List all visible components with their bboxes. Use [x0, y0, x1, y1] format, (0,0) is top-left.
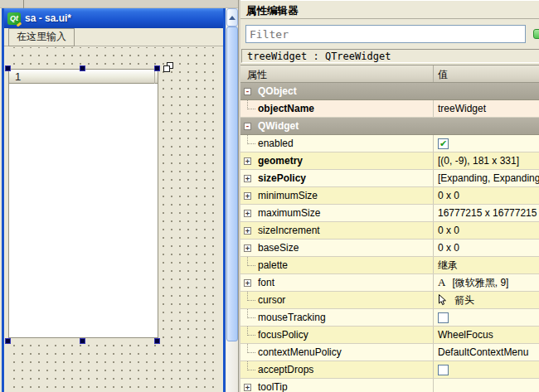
property-row-acceptDrops[interactable]: acceptDrops: [240, 361, 539, 379]
property-group-qwidget[interactable]: -QWidget: [240, 118, 539, 135]
property-value-cell[interactable]: 0 x 0: [434, 187, 539, 204]
property-name-cell[interactable]: +geometry: [240, 152, 434, 169]
property-row-minimumSize[interactable]: +minimumSize0 x 0: [240, 187, 539, 205]
edit-sections-icon[interactable]: [163, 62, 173, 72]
property-row-cursor[interactable]: cursor箭头: [240, 292, 539, 309]
selection-handle-top-right[interactable]: [154, 65, 160, 71]
property-value-cell[interactable]: 0 x 0: [434, 222, 539, 239]
expand-icon[interactable]: +: [244, 279, 251, 287]
property-name-cell[interactable]: +minimumSize: [240, 187, 434, 204]
property-row-palette[interactable]: palette继承: [240, 257, 539, 274]
property-value-cell[interactable]: [434, 309, 539, 326]
property-name-cell[interactable]: +sizeIncrement: [240, 222, 434, 239]
expand-icon[interactable]: +: [244, 192, 251, 200]
property-value-cell[interactable]: 箭头: [434, 292, 539, 308]
property-row-geometry[interactable]: +geometry[(0, -9), 181 x 331]: [240, 152, 539, 170]
property-row-font[interactable]: +fontA[微软雅黑, 9]: [240, 274, 539, 292]
property-name-label: objectName: [258, 103, 314, 114]
menu-type-here-item[interactable]: 在这里输入: [8, 28, 75, 46]
tree-branch-decoration: [247, 361, 255, 370]
property-row-sizePolicy[interactable]: +sizePolicy[Expanding, Expanding, 0, 0]: [240, 170, 539, 187]
property-rows: -QObjectobjectNametreeWidget-QWidgetenab…: [240, 83, 539, 392]
property-value-cell[interactable]: DefaultContextMenu: [434, 344, 539, 361]
column-header-property[interactable]: 属性: [240, 65, 434, 82]
selection-handle-bottom-center[interactable]: [80, 338, 85, 344]
property-value-cell[interactable]: [Expanding, Expanding, 0, 0]: [434, 170, 539, 186]
enabled-checkbox[interactable]: ✔: [438, 138, 449, 149]
property-value-cell[interactable]: WheelFocus: [434, 327, 539, 343]
qt-designer-screenshot: { "left": { "window_title": "sa - sa.ui*…: [0, 0, 539, 392]
property-name-cell[interactable]: mouseTracking: [240, 309, 434, 326]
property-row-mouseTracking[interactable]: mouseTracking: [240, 309, 539, 327]
property-name-cell[interactable]: focusPolicy: [240, 327, 434, 343]
expand-icon[interactable]: +: [244, 227, 251, 235]
property-editor-panel: 属性编辑器 treeWidget : QTreeWidget 属性 值 -QOb…: [240, 0, 539, 392]
property-name-cell[interactable]: +baseSize: [240, 240, 434, 256]
property-name-label: mouseTracking: [258, 312, 326, 323]
property-value-cell[interactable]: 继承: [434, 257, 539, 273]
tree-widget-preview[interactable]: 1: [8, 69, 158, 338]
property-value-cell[interactable]: 16777215 x 16777215: [434, 205, 539, 221]
form-window-title: sa - sa.ui*: [25, 12, 71, 24]
scrollbar-thumb[interactable]: [226, 27, 238, 341]
property-value-cell[interactable]: ✔: [434, 135, 539, 152]
expand-icon[interactable]: +: [244, 384, 251, 391]
property-value-cell[interactable]: 0 x 0: [434, 240, 539, 256]
selection-handle-bottom-left[interactable]: [5, 338, 11, 344]
form-window-titlebar[interactable]: Qt sa - sa.ui*: [4, 8, 223, 28]
property-value-cell[interactable]: [434, 379, 539, 392]
property-row-baseSize[interactable]: +baseSize0 x 0: [240, 240, 539, 257]
property-name-cell[interactable]: +sizePolicy: [240, 170, 434, 186]
property-name-cell[interactable]: +maximumSize: [240, 205, 434, 221]
add-dynamic-property-button[interactable]: [533, 29, 539, 39]
selection-handle-top-center[interactable]: [80, 65, 85, 71]
property-group-qobject[interactable]: -QObject: [240, 83, 539, 100]
property-name-cell[interactable]: acceptDrops: [240, 361, 434, 378]
property-value-text: WheelFocus: [438, 329, 493, 341]
scrollbar-up-button[interactable]: [226, 8, 238, 27]
property-name-cell[interactable]: enabled: [240, 135, 434, 152]
property-value-cell[interactable]: [(0, -9), 181 x 331]: [434, 152, 539, 169]
selection-handle-bottom-right[interactable]: [154, 338, 160, 344]
property-value-cell[interactable]: treeWidget: [434, 100, 539, 117]
property-row-sizeIncrement[interactable]: +sizeIncrement0 x 0: [240, 222, 539, 240]
property-value-cell[interactable]: [434, 361, 539, 378]
acceptDrops-checkbox[interactable]: [438, 365, 449, 375]
property-value-text: 0 x 0: [438, 190, 459, 201]
form-menubar: 在这里输入: [4, 28, 223, 46]
property-row-toolTip[interactable]: +toolTip: [240, 379, 539, 392]
form-canvas[interactable]: 1: [7, 47, 221, 392]
expand-icon[interactable]: +: [244, 175, 251, 182]
property-row-focusPolicy[interactable]: focusPolicyWheelFocus: [240, 327, 539, 344]
property-name-label: baseSize: [258, 242, 299, 254]
expand-icon[interactable]: +: [244, 244, 251, 252]
property-name-cell[interactable]: cursor: [240, 292, 434, 308]
property-value-text: DefaultContextMenu: [438, 346, 528, 358]
property-row-enabled[interactable]: enabled✔: [240, 135, 539, 152]
property-name-cell[interactable]: +font: [240, 274, 434, 291]
property-name-label: geometry: [258, 155, 303, 167]
property-row-contextMenuPolicy[interactable]: contextMenuPolicyDefaultContextMenu: [240, 344, 539, 361]
selection-handle-top-left[interactable]: [5, 65, 11, 71]
property-value-cell[interactable]: A[微软雅黑, 9]: [434, 274, 539, 291]
property-row-maximumSize[interactable]: +maximumSize16777215 x 16777215: [240, 205, 539, 222]
property-row-objectName[interactable]: objectNametreeWidget: [240, 100, 539, 118]
property-name-cell[interactable]: +toolTip: [240, 379, 434, 392]
tree-widget-body[interactable]: [8, 84, 158, 338]
tree-branch-decoration: [247, 100, 255, 109]
expand-icon[interactable]: +: [244, 210, 251, 217]
property-name-cell[interactable]: palette: [240, 257, 434, 273]
property-name-cell[interactable]: contextMenuPolicy: [240, 344, 434, 361]
expand-icon[interactable]: +: [244, 157, 251, 165]
collapse-icon[interactable]: -: [244, 88, 251, 95]
column-header-value[interactable]: 值: [434, 65, 539, 82]
header-section-divider[interactable]: [154, 70, 155, 84]
property-name-cell[interactable]: objectName: [240, 100, 434, 117]
mdi-vertical-scrollbar[interactable]: [226, 8, 238, 392]
mouseTracking-checkbox[interactable]: [438, 312, 449, 323]
property-name-label: minimumSize: [258, 190, 318, 201]
filter-input[interactable]: [245, 25, 526, 43]
property-table: 属性 值 -QObjectobjectNametreeWidget-QWidge…: [240, 65, 539, 392]
collapse-icon[interactable]: -: [244, 123, 251, 130]
property-value-text: treeWidget: [438, 103, 486, 114]
